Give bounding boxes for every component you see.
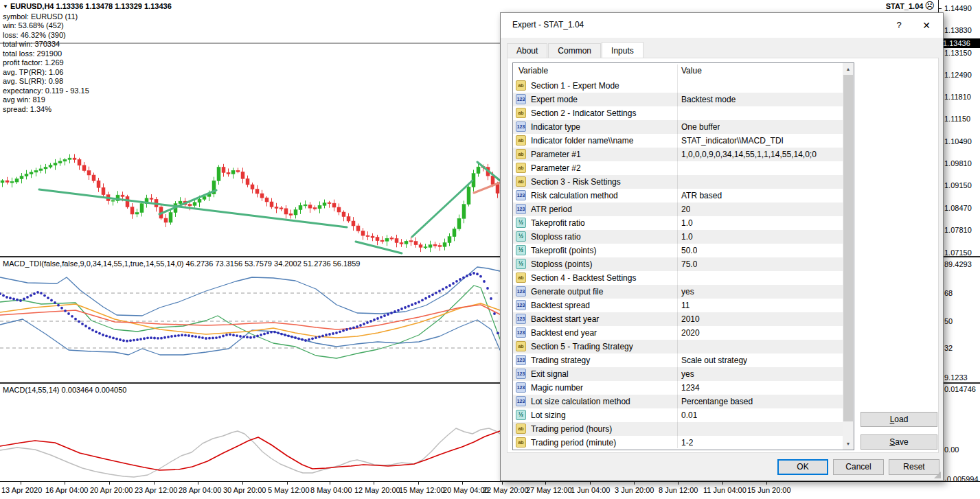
dialog-title-bar[interactable]: Expert - STAT_1.04 ? ✕: [501, 13, 943, 38]
help-button[interactable]: ?: [888, 17, 910, 34]
param-variable-label: Section 2 - Indicator Settings: [531, 108, 636, 118]
string-param-icon: ab: [516, 149, 526, 159]
scrollbar-down-icon[interactable]: ▼: [843, 438, 854, 450]
param-value-cell[interactable]: 1.0: [681, 232, 693, 242]
time-tick: [634, 482, 635, 485]
scrollbar-up-icon[interactable]: ▲: [843, 63, 854, 75]
param-value-cell[interactable]: 75.0: [681, 259, 697, 269]
param-value-cell[interactable]: 1,0,0,0,9,0,34,14,55,1,1,14,55,14,0;0: [681, 150, 817, 159]
save-button[interactable]: Save: [861, 434, 937, 450]
table-row[interactable]: ½Stoploss ratio1.0: [513, 230, 843, 244]
param-value-cell[interactable]: 0.01: [681, 410, 697, 420]
param-value-cell[interactable]: 20: [681, 205, 690, 214]
table-row[interactable]: 123Risk calculation methodATR based: [513, 189, 843, 202]
price-axis[interactable]: 1.144901.138301.131501.124901.118101.111…: [938, 0, 980, 481]
symbol-dropdown-icon[interactable]: ▼: [3, 3, 8, 10]
param-variable-label: Section 1 - Expert Mode: [531, 81, 619, 91]
table-row[interactable]: 123Lot size calculation methodPercentang…: [513, 395, 843, 408]
string-param-icon: ab: [516, 423, 526, 434]
table-row[interactable]: abSection 4 - Backtest Settings: [513, 271, 843, 285]
time-tick-label: 30 Apr 20:00: [223, 486, 266, 494]
time-tick-label: 28 Apr 04:00: [179, 486, 221, 494]
param-value-cell[interactable]: 50.0: [681, 246, 697, 255]
table-row[interactable]: 123Backtest spread11: [513, 299, 843, 312]
stat-line: symbol: EURUSD (11): [3, 12, 172, 22]
param-value-cell[interactable]: Backtest mode: [681, 95, 736, 104]
param-variable-label: Indicator type: [531, 122, 580, 132]
param-variable-label: Lot sizing: [531, 410, 566, 420]
param-value-cell[interactable]: Percentange based: [681, 397, 753, 406]
param-value-cell[interactable]: 2020: [681, 328, 700, 338]
param-variable-label: Lot size calculation method: [531, 397, 630, 406]
ea-sad-face-icon[interactable]: ☹: [924, 1, 935, 10]
close-icon[interactable]: ✕: [915, 17, 937, 34]
table-row[interactable]: abParameter #11,0,0,0,9,0,34,14,55,1,1,1…: [513, 148, 843, 161]
table-row[interactable]: abTrading period (hours): [513, 422, 843, 436]
double-param-icon: ½: [516, 259, 526, 269]
table-row[interactable]: ½Stoploss (points)75.0: [513, 257, 843, 271]
param-value-cell[interactable]: 1234: [681, 383, 700, 393]
param-value-cell[interactable]: 1.0: [681, 218, 693, 228]
stat-line: avg. TP(RR): 1.06: [3, 68, 172, 78]
dialog-title: Expert - STAT_1.04: [512, 20, 584, 30]
table-row[interactable]: 123Generate output fileyes: [513, 285, 843, 299]
time-tick: [374, 482, 374, 485]
time-tick: [154, 482, 155, 485]
table-row[interactable]: abTrading period (minute)1-2: [513, 436, 843, 450]
tab-about[interactable]: About: [507, 43, 547, 58]
double-param-icon: ½: [516, 218, 526, 228]
table-row[interactable]: 123Indicator typeOne buffer: [513, 120, 843, 134]
table-row[interactable]: abSection 3 - Risk Settings: [513, 175, 843, 189]
table-row[interactable]: abSection 1 - Expert Mode: [513, 79, 843, 93]
table-row[interactable]: 123Backtest start year2010: [513, 312, 843, 326]
table-row[interactable]: 123Magic number1234: [513, 381, 843, 395]
tdi-tick-label: 9.1233: [944, 373, 968, 382]
param-value-cell[interactable]: ATR based: [681, 191, 722, 200]
time-tick-label: 27 May 12:00: [526, 486, 572, 494]
price-tick-label: 1.13830: [944, 26, 972, 34]
param-value-cell[interactable]: STAT_indicator\\MACD_TDI: [681, 136, 784, 146]
param-value-cell[interactable]: Scale out strategy: [681, 356, 747, 365]
table-row[interactable]: abIndicator folder name\\nameSTAT_indica…: [513, 134, 843, 148]
time-tick: [502, 482, 503, 485]
load-button[interactable]: Load: [861, 412, 937, 427]
time-tick-label: 11 Jun 04:00: [703, 486, 747, 494]
integer-param-icon: 123: [516, 190, 526, 200]
double-param-icon: ½: [516, 245, 526, 255]
reset-button[interactable]: Reset: [889, 459, 939, 475]
time-tick-label: 13 Apr 2020: [1, 486, 42, 494]
table-row[interactable]: 123Expert modeBacktest mode: [513, 93, 843, 106]
param-variable-label: Takeprofit (points): [531, 246, 596, 255]
table-row[interactable]: ½Takeprofit ratio1.0: [513, 216, 843, 230]
table-scrollbar[interactable]: ▲ ▼: [843, 63, 854, 450]
table-row[interactable]: 123Backtest end year2020: [513, 326, 843, 340]
symbol-quote-line: EURUSD,H4 1.13336 1.13478 1.13329 1.1343…: [10, 2, 172, 10]
param-value-cell[interactable]: 1-2: [681, 438, 693, 448]
table-row[interactable]: ½Takeprofit (points)50.0: [513, 244, 843, 257]
table-row[interactable]: 123ATR period20: [513, 202, 843, 216]
column-divider[interactable]: [677, 65, 678, 448]
table-row[interactable]: abSection 5 - Trading Strategy: [513, 340, 843, 353]
tab-inputs[interactable]: Inputs: [602, 42, 643, 58]
time-axis[interactable]: 13 Apr 202016 Apr 04:0020 Apr 20:0023 Ap…: [0, 481, 980, 499]
param-value-cell[interactable]: yes: [681, 369, 694, 379]
param-value-cell[interactable]: yes: [681, 287, 694, 297]
scrollbar-thumb[interactable]: [843, 75, 853, 421]
table-row[interactable]: abSection 2 - Indicator Settings: [513, 106, 843, 120]
ok-button[interactable]: OK: [777, 459, 828, 475]
param-value-cell[interactable]: 11: [681, 301, 690, 310]
cancel-button[interactable]: Cancel: [833, 459, 884, 475]
tab-common[interactable]: Common: [548, 43, 601, 58]
param-variable-label: Trading period (hours): [531, 424, 612, 434]
param-value-cell[interactable]: One buffer: [681, 122, 720, 132]
table-row[interactable]: abParameter #2: [513, 161, 843, 175]
time-tick: [462, 482, 463, 485]
param-value-cell[interactable]: 2010: [681, 314, 700, 324]
table-row[interactable]: ½Lot sizing0.01: [513, 408, 843, 422]
column-header-value: Value: [681, 66, 702, 76]
table-row[interactable]: 123Trading strategyScale out strategy: [513, 353, 843, 367]
price-tick-label: 1.12490: [944, 71, 972, 79]
time-tick: [287, 482, 288, 485]
table-row[interactable]: 123Exit signalyes: [513, 367, 843, 381]
stat-line: win: 53.68% (452): [3, 21, 172, 31]
